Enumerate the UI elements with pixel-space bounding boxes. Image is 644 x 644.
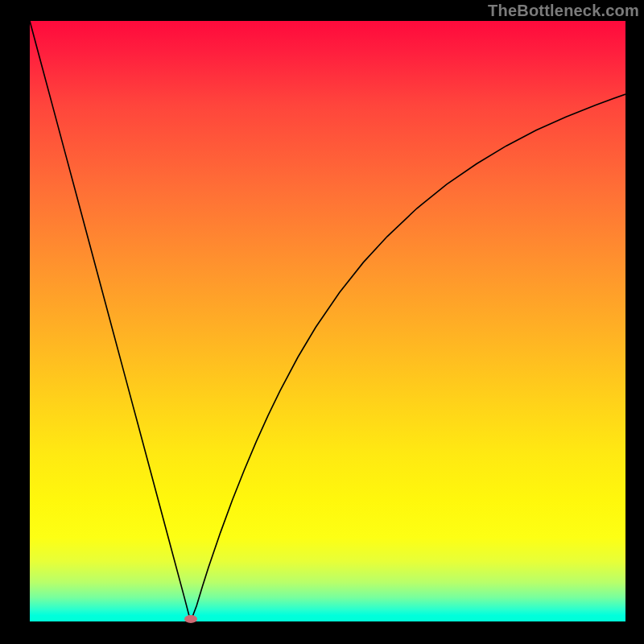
chart-container: TheBottleneck.com (0, 0, 644, 644)
curve-path (30, 21, 625, 621)
watermark: TheBottleneck.com (488, 2, 639, 20)
plot-area (30, 21, 625, 621)
minimum-marker (184, 615, 197, 623)
curve-svg (30, 21, 625, 621)
